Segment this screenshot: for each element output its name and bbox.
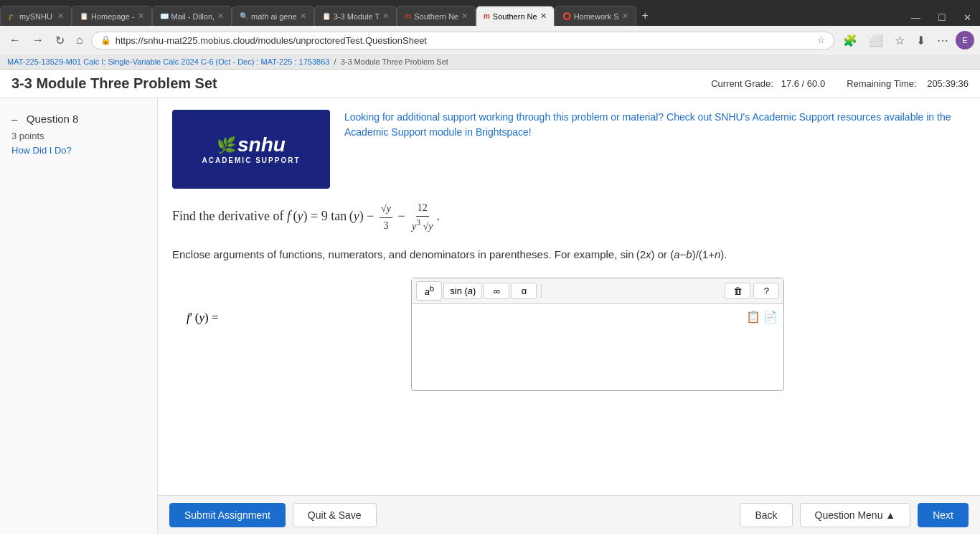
sin-button[interactable]: sin (a) xyxy=(443,283,482,299)
content-area: 🌿 snhu ACADEMIC SUPPORT Looking for addi… xyxy=(158,98,980,534)
math-input-label: f′ (y) = xyxy=(172,311,219,325)
help-button[interactable]: ? xyxy=(753,283,779,299)
time-value: 205:39:36 xyxy=(927,78,969,89)
tab-homework[interactable]: ⭕ Homework S ✕ xyxy=(555,6,636,26)
question-menu-button[interactable]: Question Menu ▲ xyxy=(800,503,911,527)
tab-close-southern2[interactable]: ✕ xyxy=(540,11,547,21)
next-button[interactable]: Next xyxy=(918,503,969,527)
extensions-icon[interactable]: 🧩 xyxy=(839,31,862,50)
tab-southern2[interactable]: m Southern Ne ✕ xyxy=(476,6,555,26)
question-instruction: Enclose arguments of functions, numerato… xyxy=(172,246,966,263)
lock-icon: 🔒 xyxy=(100,35,111,45)
copy-icon[interactable]: 📋 xyxy=(746,310,760,324)
settings-icon[interactable]: ⋯ xyxy=(933,31,953,50)
tab-favicon-mail: ✉️ xyxy=(160,12,169,20)
downloads-icon[interactable]: ⬇ xyxy=(912,31,930,50)
back-button[interactable]: Back xyxy=(740,503,792,527)
tab-favicon-homepage: 📋 xyxy=(80,12,88,20)
tab-close-mysnhu[interactable]: ✕ xyxy=(57,11,64,21)
math-input-wrapper: ab sin (a) ∞ α 🗑 ? xyxy=(411,278,784,390)
tab-close-southern1[interactable]: ✕ xyxy=(461,11,468,21)
reload-button[interactable]: ↻ xyxy=(52,32,68,49)
tab-mail[interactable]: ✉️ Mail - Dillon, ✕ xyxy=(152,6,232,26)
star-icon: ☆ xyxy=(817,35,825,45)
tab-groups-icon[interactable]: ⬜ xyxy=(864,31,887,50)
toolbar-separator xyxy=(541,284,542,298)
page-header: 3-3 Module Three Problem Set Current Gra… xyxy=(0,70,980,98)
tab-label-homepage: Homepage - xyxy=(91,12,135,21)
minimize-button[interactable]: — xyxy=(903,9,929,26)
tab-close-mathai[interactable]: ✕ xyxy=(300,11,306,21)
infinity-button[interactable]: ∞ xyxy=(484,283,509,299)
tab-close-homepage[interactable]: ✕ xyxy=(138,11,144,21)
home-button[interactable]: ⌂ xyxy=(72,32,87,48)
tab-label-homework: Homework S xyxy=(574,12,619,21)
tab-favicon-mysnhu: 🎓 xyxy=(8,12,17,20)
tab-close-module33[interactable]: ✕ xyxy=(382,11,389,21)
question-content: Find the derivative of f (y) = 9 tan (y)… xyxy=(158,200,980,495)
math-field-area[interactable]: 📋 📄 xyxy=(412,304,783,390)
main-content: – Question 8 3 points How Did I Do? 🌿 sn… xyxy=(0,98,980,534)
grade-info: Current Grade: 17.6 / 60.0 xyxy=(711,78,825,89)
url-box[interactable]: 🔒 https://snhu-mat225.mobius.cloud/modul… xyxy=(91,32,834,50)
paste-icon[interactable]: 📄 xyxy=(763,310,778,324)
profile-icon[interactable]: E xyxy=(956,31,974,50)
address-bar: ← → ↻ ⌂ 🔒 https://snhu-mat225.mobius.clo… xyxy=(0,26,980,55)
tab-label-module33: 3-3 Module T xyxy=(334,12,380,21)
bottom-bar: Submit Assignment Quit & Save Back Quest… xyxy=(158,495,980,534)
tab-close-mail[interactable]: ✕ xyxy=(217,11,224,21)
maximize-button[interactable]: ☐ xyxy=(929,9,955,26)
tab-favicon-mathai: 🔍 xyxy=(240,12,248,20)
close-button[interactable]: ✕ xyxy=(955,9,980,26)
forward-nav-button[interactable]: → xyxy=(29,32,47,48)
grade-value: 17.6 / 60.0 xyxy=(781,78,825,89)
url-text: https://snhu-mat225.mobius.cloud/modules… xyxy=(116,35,813,46)
breadcrumb-link[interactable]: MAT-225-13529-M01 Calc I: Single-Variabl… xyxy=(7,57,329,66)
math-input-section: f′ (y) = ab sin (a) ∞ α xyxy=(172,278,966,390)
breadcrumb: MAT-225-13529-M01 Calc I: Single-Variabl… xyxy=(0,55,980,70)
tab-label-southern2: Southern Ne xyxy=(493,12,537,21)
breadcrumb-current: 3-3 Module Three Problem Set xyxy=(341,57,448,66)
tab-favicon-module33: 📋 xyxy=(322,12,331,20)
tab-label-mathai: math ai gene xyxy=(251,12,297,21)
grade-label: Current Grade: xyxy=(711,78,773,89)
snhu-logo-bottom: ACADEMIC SUPPORT xyxy=(202,156,300,164)
question-prompt: Find the derivative of f (y) = 9 tan (y)… xyxy=(172,200,966,235)
math-field-action-icons: 📋 📄 xyxy=(746,310,778,324)
submit-assignment-button[interactable]: Submit Assignment xyxy=(169,503,286,527)
quit-save-button[interactable]: Quit & Save xyxy=(293,503,377,527)
tab-mathai[interactable]: 🔍 math ai gene ✕ xyxy=(232,6,314,26)
tab-favicon-southern1: m xyxy=(405,12,411,20)
tab-favicon-homework: ⭕ xyxy=(562,12,571,20)
question-dash: – xyxy=(11,113,17,125)
question-points: 3 points xyxy=(11,131,146,141)
question-label: – Question 8 xyxy=(11,113,146,125)
tab-homepage[interactable]: 📋 Homepage - ✕ xyxy=(72,6,152,26)
tab-mysnhu[interactable]: 🎓 mySNHU ✕ xyxy=(0,6,72,26)
question-number: Question 8 xyxy=(27,113,79,125)
snhu-logo: 🌿 snhu ACADEMIC SUPPORT xyxy=(172,110,330,189)
how-did-i-do-link[interactable]: How Did I Do? xyxy=(11,145,72,156)
math-toolbar: ab sin (a) ∞ α 🗑 ? xyxy=(412,278,783,303)
superscript-button[interactable]: ab xyxy=(416,281,442,300)
toolbar-right: 🗑 ? xyxy=(725,283,779,299)
sidebar: – Question 8 3 points How Did I Do? xyxy=(0,98,158,534)
page-wrapper: MAT-225-13529-M01 Calc I: Single-Variabl… xyxy=(0,55,980,551)
toolbar-icons: 🧩 ⬜ ☆ ⬇ ⋯ E xyxy=(839,31,974,50)
new-tab-button[interactable]: + xyxy=(636,6,654,26)
tab-label-southern1: Southern Ne xyxy=(414,12,458,21)
time-label: Remaining Time: xyxy=(847,78,917,89)
page-title: 3-3 Module Three Problem Set xyxy=(11,75,711,92)
snhu-support-text: Looking for additional support working t… xyxy=(344,110,966,140)
alpha-button[interactable]: α xyxy=(511,283,537,299)
leaf-icon: 🌿 xyxy=(217,136,236,155)
back-nav-button[interactable]: ← xyxy=(6,32,24,48)
tab-label-mail: Mail - Dillon, xyxy=(171,12,215,21)
tab-module33[interactable]: 📋 3-3 Module T ✕ xyxy=(314,6,397,26)
tab-close-homework[interactable]: ✕ xyxy=(622,11,628,21)
time-info: Remaining Time: 205:39:36 xyxy=(847,78,969,89)
bookmark-icon[interactable]: ☆ xyxy=(890,31,909,50)
fraction-12-y3sqrty: 12 y3 √y xyxy=(410,200,434,235)
trash-button[interactable]: 🗑 xyxy=(725,283,750,299)
tab-southern1[interactable]: m Southern Ne ✕ xyxy=(397,6,476,26)
